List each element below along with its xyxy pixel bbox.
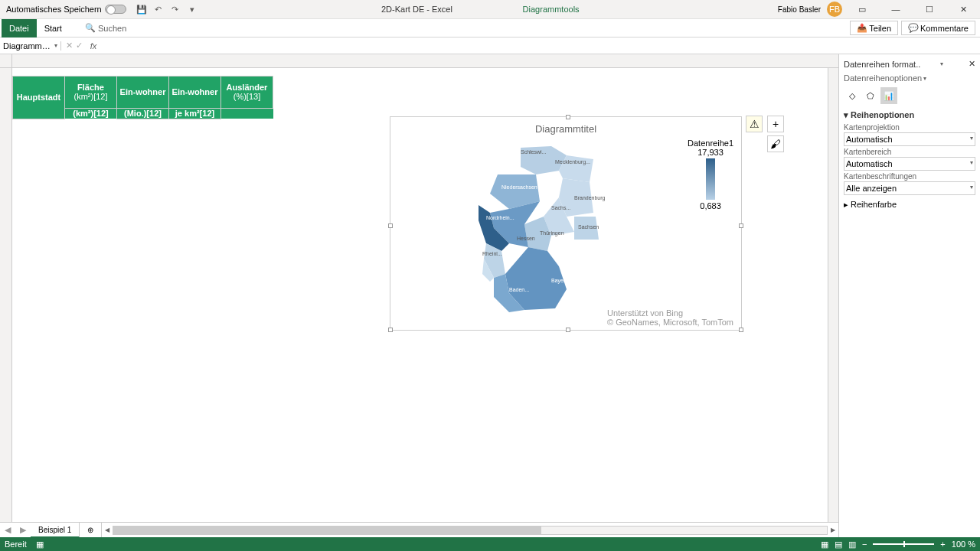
tab-nav-next-icon[interactable]: ▶ <box>15 525 31 535</box>
document-title: 2D-Kart DE - Excel Diagrammtools <box>198 5 778 14</box>
zoom-in-icon[interactable]: + <box>940 540 945 549</box>
header-einwohner[interactable]: Ein-wohner <box>117 76 169 108</box>
tab-nav-prev-icon[interactable]: ◀ <box>0 525 15 535</box>
ribbon-display-icon[interactable]: ▭ <box>848 0 876 18</box>
header-einwohner-km[interactable]: Ein-wohner <box>169 76 221 108</box>
zoom-slider[interactable] <box>873 543 934 545</box>
vertical-scrollbar[interactable] <box>828 68 838 522</box>
chart-elements-icon[interactable]: + <box>767 116 784 132</box>
pane-select-area[interactable]: Automatisch▾ <box>844 157 975 171</box>
zoom-out-icon[interactable]: − <box>862 540 867 549</box>
zoom-level[interactable]: 100 % <box>952 540 975 549</box>
row-headers <box>0 68 12 522</box>
undo-icon[interactable]: ↶ <box>152 3 165 15</box>
pane-select-labels[interactable]: Alle anzeigen▾ <box>844 181 975 195</box>
titlebar-right: Fabio Basler FB ▭ — ☐ ✕ <box>778 0 977 18</box>
search-icon: 🔍 <box>85 23 96 33</box>
tab-file[interactable]: Datei <box>2 19 37 37</box>
chart-styles-icon[interactable]: 🖌 <box>767 135 784 152</box>
share-button[interactable]: 📤 Teilen <box>850 21 898 35</box>
quick-access: 💾 ↶ ↷ ▾ <box>136 3 198 15</box>
view-normal-icon[interactable]: ▦ <box>821 540 828 549</box>
column-headers <box>0 54 838 68</box>
autosave-toggle[interactable]: Automatisches Speichern <box>6 5 126 14</box>
search-box[interactable]: 🔍 Suchen <box>85 23 126 33</box>
formula-bar-row: Diagramm…▾ ✕✓ fx <box>0 37 980 54</box>
close-icon[interactable]: ✕ <box>949 0 977 18</box>
pane-label-projection: Kartenprojektion <box>844 123 975 132</box>
sheet-tabs-row: ◀ ▶ Beispiel 1 ⊕ ◀ ▶ <box>0 522 838 537</box>
header-auslaender[interactable]: Ausländer(%)[13] <box>221 76 273 108</box>
pane-subtitle[interactable]: Datenreihenoptionen ▾ <box>844 73 975 83</box>
confirm-icon[interactable]: ✓ <box>76 41 83 51</box>
pane-section-options[interactable]: ▾ Reihenoptionen <box>844 110 975 120</box>
context-tab-label: Diagrammtools <box>523 5 580 14</box>
chart-warning-icon[interactable]: ⚠ <box>746 116 763 132</box>
pane-effects-icon[interactable]: ⬠ <box>862 87 879 104</box>
header-flaeche[interactable]: Fläche(km²)[12] <box>65 76 117 108</box>
pane-fill-icon[interactable]: ◇ <box>844 87 861 104</box>
pane-section-color[interactable]: ▸ Reihenfarbe <box>844 200 975 210</box>
statusbar: Bereit ▦ ▦ ▤ ▥ − + 100 % <box>0 537 980 551</box>
macro-icon[interactable]: ▦ <box>36 540 44 549</box>
hscroll-left-icon[interactable]: ◀ <box>105 527 109 533</box>
horizontal-scrollbar[interactable] <box>113 526 828 535</box>
save-icon[interactable]: 💾 <box>136 3 148 15</box>
view-page-icon[interactable]: ▤ <box>835 540 842 549</box>
pane-title: Datenreihen format..▾ ✕ <box>844 59 975 69</box>
pane-label-area: Kartenbereich <box>844 148 975 156</box>
chart-legend: Datenreihe1 17,933 0,683 <box>688 139 733 210</box>
titlebar: Automatisches Speichern 💾 ↶ ↷ ▾ 2D-Kart … <box>0 0 980 19</box>
name-box[interactable]: Diagramm…▾ <box>0 41 61 51</box>
pane-label-labels: Kartenbeschriftungen <box>844 172 975 181</box>
ribbon-tabs: Datei Start 🔍 Suchen 📤 Teilen 💬 Kommenta… <box>0 19 980 37</box>
header-hauptstadt[interactable]: Hauptstadt <box>13 76 65 119</box>
sheet-tab[interactable]: Beispiel 1 <box>31 523 80 538</box>
tab-start[interactable]: Start <box>37 19 70 37</box>
map-chart[interactable]: Diagrammtitel Datenreihe1 17,933 0,683 <box>390 116 742 331</box>
data-table: Hauptstadt Fläche(km²)[12] Ein-wohner Ei… <box>12 68 273 119</box>
redo-icon[interactable]: ↷ <box>169 3 181 15</box>
new-sheet-button[interactable]: ⊕ <box>80 523 102 538</box>
pane-series-icon[interactable]: 📊 <box>880 87 897 104</box>
fx-icon[interactable]: fx <box>87 41 100 51</box>
avatar[interactable]: FB <box>827 2 842 17</box>
pane-close-icon[interactable]: ✕ <box>969 59 975 69</box>
chart-title[interactable]: Diagrammtitel <box>390 123 741 135</box>
status-ready: Bereit <box>5 540 27 549</box>
cell-grid[interactable]: Hauptstadt Fläche(km²)[12] Ein-wohner Ei… <box>12 68 828 522</box>
toggle-switch[interactable] <box>105 5 126 14</box>
chart-credit: Unterstützt von Bing© GeoNames, Microsof… <box>607 308 733 327</box>
view-break-icon[interactable]: ▥ <box>848 540 856 549</box>
hscroll-right-icon[interactable]: ▶ <box>831 527 835 533</box>
select-all-corner[interactable] <box>0 54 12 67</box>
format-pane: Datenreihen format..▾ ✕ Datenreihenoptio… <box>838 54 980 537</box>
cancel-icon[interactable]: ✕ <box>66 41 73 51</box>
maximize-icon[interactable]: ☐ <box>916 0 943 18</box>
legend-gradient <box>706 158 715 200</box>
pane-select-projection[interactable]: Automatisch▾ <box>844 132 975 146</box>
username: Fabio Basler <box>778 5 821 14</box>
comments-button[interactable]: 💬 Kommentare <box>901 21 975 35</box>
customize-icon[interactable]: ▾ <box>186 3 198 15</box>
autosave-label: Automatisches Speichern <box>6 5 102 14</box>
minimize-icon[interactable]: — <box>882 0 910 18</box>
